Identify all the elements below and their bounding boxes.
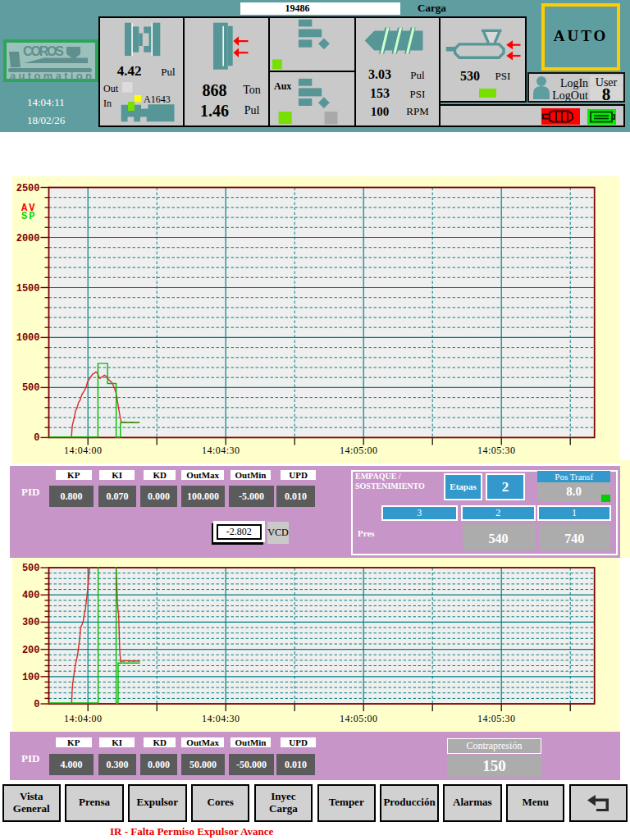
svg-text:0: 0 xyxy=(34,432,39,444)
svg-text:14:04:00: 14:04:00 xyxy=(64,445,102,456)
svg-text:14:05:30: 14:05:30 xyxy=(477,445,515,456)
svg-text:400: 400 xyxy=(22,590,40,601)
svg-text:14:04:00: 14:04:00 xyxy=(64,713,102,724)
svg-text:500: 500 xyxy=(22,382,40,394)
svg-text:500: 500 xyxy=(22,563,40,574)
svg-text:2500: 2500 xyxy=(16,183,40,194)
svg-text:14:05:00: 14:05:00 xyxy=(340,445,377,456)
svg-text:14:04:30: 14:04:30 xyxy=(202,713,240,724)
svg-text:1000: 1000 xyxy=(16,332,40,344)
svg-text:100: 100 xyxy=(22,672,40,683)
svg-text:1500: 1500 xyxy=(16,283,40,294)
svg-text:SP: SP xyxy=(21,211,36,222)
svg-text:0: 0 xyxy=(34,699,39,710)
svg-text:300: 300 xyxy=(22,617,40,628)
svg-text:2000: 2000 xyxy=(16,233,40,244)
svg-text:14:05:30: 14:05:30 xyxy=(477,713,515,724)
svg-text:14:05:00: 14:05:00 xyxy=(340,713,377,724)
svg-text:14:04:30: 14:04:30 xyxy=(202,445,240,456)
svg-text:200: 200 xyxy=(22,645,40,656)
